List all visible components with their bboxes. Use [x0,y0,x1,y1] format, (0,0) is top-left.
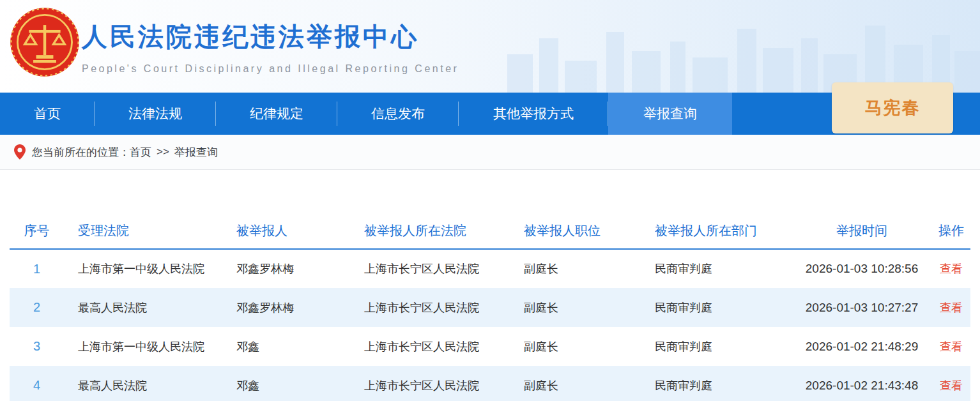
nav-item-info[interactable]: 信息发布 [337,93,459,135]
breadcrumb: 您当前所在的位置： 首页 >> 举报查询 [0,135,980,170]
table-header-row: 序号 受理法院 被举报人 被举报人所在法院 被举报人职位 被举报人所在部门 举报… [10,213,970,249]
cell-reported-person: 邓鑫 [222,327,350,366]
nav-item-home[interactable]: 首页 [0,93,95,135]
cell-reported-person: 邓鑫罗林梅 [222,288,350,327]
cell-person-department: 民商审判庭 [641,249,792,288]
site-header: 人民法院违纪违法举报中心 People's Court Disciplinary… [0,0,980,93]
nav-item-other-report-methods[interactable]: 其他举报方式 [459,93,608,135]
breadcrumb-prefix: 您当前所在的位置： [32,145,130,160]
cell-accepting-court: 上海市第一中级人民法院 [64,327,222,366]
header-person-department: 被举报人所在部门 [641,213,792,249]
header-report-time: 举报时间 [792,213,932,249]
court-emblem-logo [9,6,80,78]
nav-item-laws[interactable]: 法律法规 [95,93,216,135]
cell-accepting-court: 最高人民法院 [64,288,222,327]
table-body: 1 上海市第一中级人民法院 邓鑫罗林梅 上海市长宁区人民法院 副庭长 民商审判庭… [10,249,970,401]
row-number: 2 [10,288,64,327]
city-skyline-decoration [494,16,980,93]
breadcrumb-current: 举报查询 [174,145,218,160]
cell-reported-person: 邓鑫 [222,366,350,401]
report-table: 序号 受理法院 被举报人 被举报人所在法院 被举报人职位 被举报人所在部门 举报… [10,213,970,401]
nav-item-discipline[interactable]: 纪律规定 [216,93,337,135]
cell-person-court: 上海市长宁区人民法院 [350,249,510,288]
header-person-court: 被举报人所在法院 [350,213,510,249]
cell-accepting-court: 最高人民法院 [64,366,222,401]
table-row: 3 上海市第一中级人民法院 邓鑫 上海市长宁区人民法院 副庭长 民商审判庭 20… [10,327,970,366]
header-reported-person: 被举报人 [222,213,350,249]
cell-person-position: 副庭长 [510,366,641,401]
location-pin-icon [14,144,26,160]
view-link[interactable]: 查看 [940,379,963,392]
header-accepting-court: 受理法院 [64,213,222,249]
cell-accepting-court: 上海市第一中级人民法院 [64,249,222,288]
view-link[interactable]: 查看 [940,301,963,314]
cell-person-court: 上海市长宁区人民法院 [350,327,510,366]
cell-person-court: 上海市长宁区人民法院 [350,366,510,401]
row-number: 1 [10,249,64,288]
cell-report-time: 2026-01-02 21:48:29 [792,327,932,366]
header-person-position: 被举报人职位 [510,213,641,249]
table-row: 1 上海市第一中级人民法院 邓鑫罗林梅 上海市长宁区人民法院 副庭长 民商审判庭… [10,249,970,288]
cell-person-department: 民商审判庭 [641,288,792,327]
header-actions: 操作 [932,213,970,249]
cell-report-time: 2026-01-03 10:28:56 [792,249,932,288]
row-number: 3 [10,327,64,366]
nav-item-report-query[interactable]: 举报查询 [608,93,732,135]
table-row: 2 最高人民法院 邓鑫罗林梅 上海市长宁区人民法院 副庭长 民商审判庭 2026… [10,288,970,327]
table-row: 4 最高人民法院 邓鑫 上海市长宁区人民法院 副庭长 民商审判庭 2026-01… [10,366,970,401]
site-subtitle: People's Court Disciplinary and Illegal … [82,63,459,75]
cell-person-position: 副庭长 [510,327,641,366]
view-link[interactable]: 查看 [940,340,963,353]
row-number: 4 [10,366,64,401]
cell-report-time: 2026-01-02 21:43:48 [792,366,932,401]
cell-person-position: 副庭长 [510,288,641,327]
cell-person-department: 民商审判庭 [641,366,792,401]
header-serial-no: 序号 [10,213,64,249]
site-title: 人民法院违纪违法举报中心 [82,19,459,54]
cell-person-position: 副庭长 [510,249,641,288]
cell-person-court: 上海市长宁区人民法院 [350,288,510,327]
report-query-results: 序号 受理法院 被举报人 被举报人所在法院 被举报人职位 被举报人所在部门 举报… [10,213,970,401]
view-link[interactable]: 查看 [940,262,963,275]
cell-person-department: 民商审判庭 [641,327,792,366]
breadcrumb-home-link[interactable]: 首页 [130,145,151,160]
breadcrumb-separator: >> [157,146,169,158]
user-name-badge[interactable]: 马宪春 [832,82,953,133]
cell-reported-person: 邓鑫罗林梅 [222,249,350,288]
cell-report-time: 2026-01-03 10:27:27 [792,288,932,327]
main-nav: 首页 法律法规 纪律规定 信息发布 其他举报方式 举报查询 马宪春 [0,93,980,135]
